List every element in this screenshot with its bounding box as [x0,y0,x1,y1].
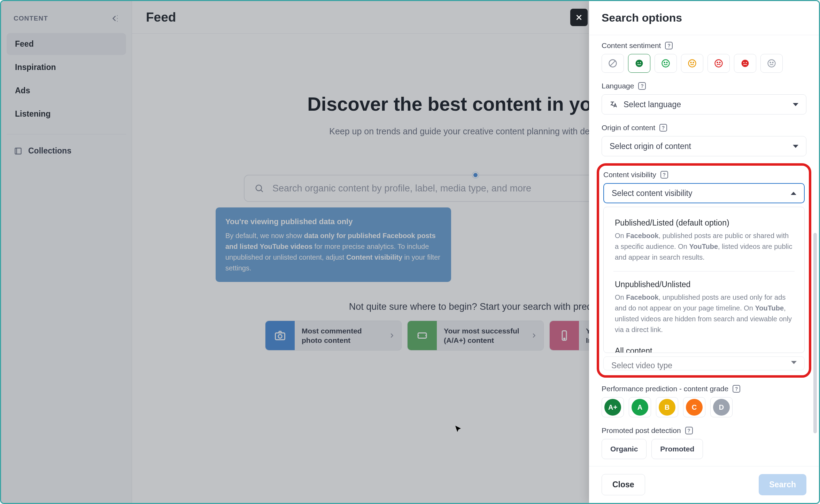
visibility-option-unpublished[interactable]: Unpublished/Unlisted On Facebook, unpubl… [604,274,804,341]
svg-point-14 [689,60,696,67]
panel-title: Search options [602,11,682,24]
option-description: On Facebook, unpublished posts are used … [615,292,793,335]
search-options-panel: Search options Content sentiment ? [589,1,819,503]
field-label: Origin of content [602,124,655,132]
help-icon[interactable]: ? [733,385,740,393]
close-panel-button[interactable] [570,9,588,26]
translate-icon [610,100,618,109]
svg-point-18 [717,62,718,63]
svg-point-16 [693,62,694,63]
highlight-content-visibility: Content visibility ? Select content visi… [597,163,811,378]
field-content-sentiment: Content sentiment ? [602,41,806,73]
video-type-select-peek[interactable]: Select video type [603,356,805,370]
modal-overlay[interactable] [1,1,589,503]
chevron-up-icon [791,192,796,195]
panel-body: Content sentiment ? Language ? [589,35,819,466]
chevron-down-icon [791,361,797,364]
help-icon[interactable]: ? [638,82,646,90]
svg-point-19 [719,62,720,63]
svg-point-22 [746,62,747,63]
svg-point-10 [640,62,641,63]
svg-point-11 [662,60,670,67]
grade-c[interactable]: C [683,397,705,417]
select-placeholder: Select content visibility [612,189,692,198]
option-title: Unpublished/Unlisted [615,280,793,289]
grade-a-plus[interactable]: A+ [602,397,624,417]
select-placeholder: Select origin of content [610,142,691,151]
help-icon[interactable]: ? [665,42,673,49]
language-select[interactable]: Select language [602,94,806,115]
origin-select[interactable]: Select origin of content [602,136,806,156]
field-language: Language ? Select language [602,82,806,115]
svg-point-23 [768,60,775,67]
option-title: Published/Listed (default option) [615,218,793,228]
field-content-grade: Performance prediction - content grade ?… [602,385,806,417]
content-visibility-dropdown: Published/Listed (default option) On Fac… [603,207,805,353]
panel-scrollbar[interactable] [813,32,817,468]
sentiment-sad[interactable] [707,54,730,73]
select-placeholder: Select video type [611,361,672,370]
promoted-pill-promoted[interactable]: Promoted [651,439,703,459]
chevron-down-icon [793,103,798,106]
sentiment-neutral[interactable] [681,54,703,73]
svg-point-24 [770,62,771,63]
field-label: Promoted post detection [602,426,681,435]
mouse-cursor-icon [454,425,462,433]
svg-point-25 [772,62,773,63]
grade-b[interactable]: B [656,397,678,417]
grade-a[interactable]: A [629,397,651,417]
chevron-down-icon [793,145,798,148]
field-label: Content sentiment [602,41,661,50]
field-label: Performance prediction - content grade [602,385,728,393]
promoted-pill-organic[interactable]: Organic [602,439,647,459]
sentiment-very-sad[interactable] [734,54,756,73]
field-label: Language [602,82,634,90]
svg-point-20 [742,60,749,67]
field-promoted-detection: Promoted post detection ? Organic Promot… [602,426,806,459]
field-origin: Origin of content ? Select origin of con… [602,124,806,156]
svg-point-9 [637,62,639,63]
search-button[interactable]: Search [759,474,806,495]
sentiment-none[interactable] [602,54,624,73]
option-description: On Facebook, published posts are public … [615,230,793,263]
help-icon[interactable]: ? [685,427,693,434]
sentiment-happy[interactable] [655,54,677,73]
sentiment-unknown[interactable] [760,54,783,73]
svg-point-8 [636,60,643,67]
content-visibility-select[interactable]: Select content visibility [603,183,805,203]
svg-point-15 [690,62,691,63]
visibility-option-all[interactable]: All content [604,341,804,353]
option-title: All content [615,346,793,353]
select-placeholder: Select language [624,100,681,109]
close-button[interactable]: Close [602,474,645,495]
help-icon[interactable]: ? [659,124,667,132]
svg-point-12 [664,62,665,63]
svg-point-21 [743,62,744,63]
field-label: Content visibility [603,171,656,179]
grade-d[interactable]: D [710,397,733,417]
svg-point-13 [666,62,667,63]
help-icon[interactable]: ? [660,171,668,179]
sentiment-very-happy[interactable] [628,54,650,73]
svg-point-17 [715,60,722,67]
visibility-option-published[interactable]: Published/Listed (default option) On Fac… [604,213,804,268]
